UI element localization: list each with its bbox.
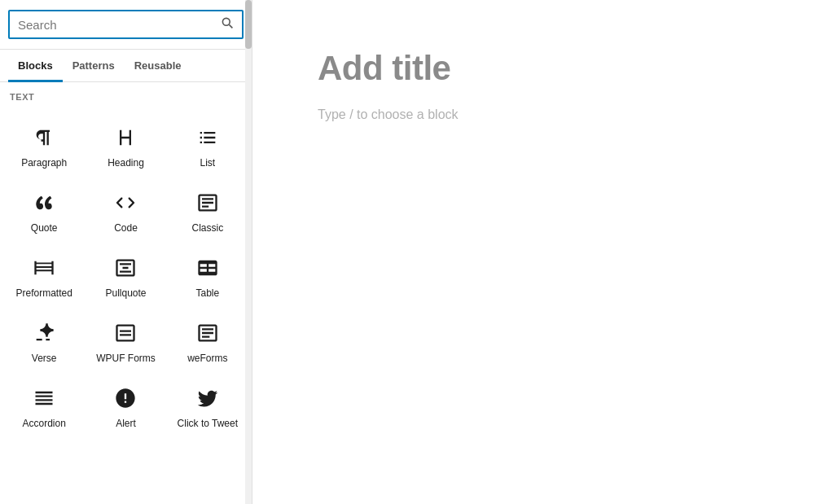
pullquote-icon — [114, 255, 137, 281]
block-weforms[interactable]: weForms — [167, 307, 248, 372]
block-quote-label: Quote — [31, 222, 58, 234]
sidebar: Blocks Patterns Reusable TEXT Paragraph — [0, 0, 252, 504]
list-icon — [196, 125, 219, 151]
block-preformatted[interactable]: Preformatted — [3, 242, 85, 307]
quote-icon — [33, 190, 55, 216]
tweet-icon — [196, 385, 219, 411]
block-alert[interactable]: Alert — [85, 372, 166, 437]
block-paragraph-label: Paragraph — [21, 157, 67, 169]
svg-line-1 — [229, 24, 232, 28]
block-verse-label: Verse — [32, 353, 57, 364]
block-wpuf-forms-label: WPUF Forms — [96, 353, 156, 364]
svg-point-0 — [222, 18, 230, 25]
tabs: Blocks Patterns Reusable — [0, 50, 252, 82]
block-weforms-label: weForms — [187, 353, 227, 364]
block-code-label: Code — [114, 222, 138, 234]
search-icon[interactable] — [221, 16, 234, 33]
search-input[interactable] — [18, 18, 221, 32]
block-heading[interactable]: Heading — [85, 112, 166, 177]
block-list[interactable]: List — [167, 112, 248, 177]
block-table[interactable]: Table — [167, 242, 248, 307]
block-accordion[interactable]: Accordion — [3, 372, 85, 437]
block-quote[interactable]: Quote — [3, 177, 85, 242]
block-accordion-label: Accordion — [22, 418, 65, 429]
blocks-content: TEXT Paragraph Heading — [0, 82, 252, 504]
main-editor: Add title Type / to choose a block — [252, 0, 834, 504]
scrollbar-track[interactable] — [245, 0, 252, 504]
search-area — [0, 0, 252, 50]
tab-blocks[interactable]: Blocks — [8, 50, 63, 82]
blocks-grid: Paragraph Heading List — [0, 105, 252, 444]
block-classic-label: Classic — [191, 222, 223, 234]
wpuf-icon — [114, 320, 137, 346]
scrollbar-thumb[interactable] — [245, 0, 252, 49]
block-pullquote-label: Pullquote — [105, 287, 146, 299]
heading-icon — [114, 125, 137, 151]
editor-body-placeholder[interactable]: Type / to choose a block — [318, 107, 769, 122]
block-click-to-tweet-label: Click to Tweet — [178, 418, 238, 429]
table-icon — [196, 255, 219, 281]
block-paragraph[interactable]: Paragraph — [3, 112, 85, 177]
block-alert-label: Alert — [116, 418, 136, 429]
classic-icon — [196, 190, 219, 216]
weforms-icon — [196, 320, 219, 346]
code-icon — [114, 190, 137, 216]
alert-icon — [114, 385, 137, 411]
accordion-icon — [33, 385, 55, 411]
tab-patterns[interactable]: Patterns — [63, 50, 125, 82]
block-code[interactable]: Code — [85, 177, 166, 242]
block-heading-label: Heading — [108, 157, 144, 169]
block-classic[interactable]: Classic — [167, 177, 248, 242]
verse-icon — [33, 320, 55, 346]
block-pullquote[interactable]: Pullquote — [85, 242, 166, 307]
paragraph-icon — [33, 125, 55, 151]
preformatted-icon — [33, 255, 55, 281]
block-preformatted-label: Preformatted — [15, 287, 72, 299]
section-text-label: TEXT — [0, 82, 252, 105]
search-box — [8, 10, 244, 39]
block-table-label: Table — [195, 287, 219, 299]
block-click-to-tweet[interactable]: Click to Tweet — [167, 372, 248, 437]
tab-reusable[interactable]: Reusable — [125, 50, 191, 82]
editor-title-placeholder[interactable]: Add title — [318, 49, 769, 88]
block-wpuf-forms[interactable]: WPUF Forms — [85, 307, 166, 372]
block-list-label: List — [200, 157, 215, 169]
block-verse[interactable]: Verse — [3, 307, 85, 372]
